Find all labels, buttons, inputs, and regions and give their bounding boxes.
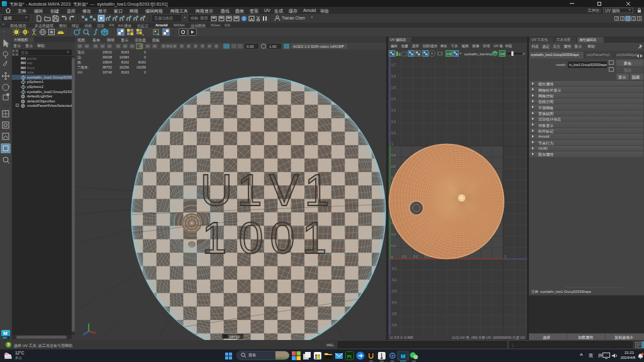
svg-text:1: 1 [304,165,330,215]
svg-text:1.5: 1.5 [391,85,396,89]
svg-text:0.00: 0.00 [247,45,254,48]
svg-text:M: M [401,353,406,359]
svg-text:U: U [200,165,232,215]
svg-text:1: 1 [504,255,506,258]
svg-text:persp: persp [230,334,240,339]
svg-text:1: 1 [302,213,327,263]
svg-text:0: 0 [391,255,393,259]
svg-text:0.1: 0.1 [402,255,406,258]
svg-text:1.1: 1.1 [391,131,396,134]
svg-text:-0.5: -0.5 [391,312,397,315]
svg-text:1: 1 [391,142,393,146]
svg-text:1.6: 1.6 [391,74,396,78]
svg-text:Pt: Pt [347,354,352,359]
svg-text:1.00: 1.00 [269,45,277,48]
svg-text:-0.4: -0.4 [391,300,397,304]
svg-text:0.2: 0.2 [413,255,418,258]
svg-text:0.8: 0.8 [391,165,396,168]
svg-text:-0.3: -0.3 [391,289,397,293]
svg-text:0: 0 [270,213,295,263]
svg-text:0.9: 0.9 [391,153,396,157]
svg-text:(1/1) UV 壳, (99) 全部 UV: (0000/: (1/1) UV 壳, (99) 全部 UV: (0000/0000) 已选 U… [452,336,526,340]
svg-text:0: 0 [238,213,264,263]
svg-text:ACES 1.0 SDR-video (sRGB): ACES 1.0 SDR-video (sRGB) [293,45,343,48]
svg-text:1.3: 1.3 [391,108,396,112]
svg-text:x: x [142,33,144,36]
svg-text:-0.6: -0.6 [391,323,397,327]
svg-text:1: 1 [202,213,227,263]
svg-text:1.2: 1.2 [391,119,396,123]
svg-text:-0.1: -0.1 [391,266,397,270]
svg-text:0.2: 0.2 [391,233,396,236]
svg-text:1: 1 [237,165,262,215]
svg-text:0.1: 0.1 [391,244,396,248]
svg-text:U: 0.5 V: 0.498: U: 0.5 V: 0.498 [390,336,413,339]
svg-text:1.7: 1.7 [391,63,396,67]
svg-text:-0.2: -0.2 [391,278,397,282]
svg-text:1.4: 1.4 [391,97,396,101]
svg-text:V: V [269,165,299,215]
